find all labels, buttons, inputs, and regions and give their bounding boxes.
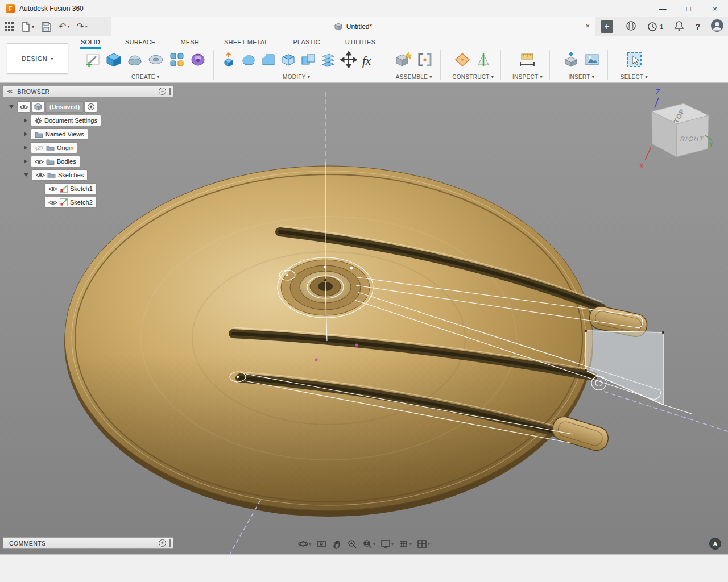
root-visibility-toggle[interactable]: [17, 101, 31, 113]
modify-dropdown[interactable]: MODIFY▾: [283, 74, 310, 80]
expand-arrow-icon[interactable]: [9, 105, 14, 109]
assistant-button[interactable]: A: [709, 538, 721, 550]
display-settings-icon[interactable]: ▾: [380, 539, 394, 549]
eye-icon[interactable]: [48, 199, 57, 206]
extensions-icon[interactable]: [626, 20, 636, 34]
tab-solid[interactable]: SOLID: [80, 36, 101, 49]
browser-row-sketch1[interactable]: Sketch1: [44, 183, 97, 194]
chamfer-icon[interactable]: [260, 51, 276, 70]
eye-icon[interactable]: [36, 172, 45, 178]
tab-sheet-metal[interactable]: SHEET METAL: [223, 36, 270, 49]
save-button[interactable]: [41, 22, 52, 32]
new-document-tab-button[interactable]: +: [601, 20, 613, 33]
browser-grip-handle[interactable]: [169, 88, 171, 95]
inspect-dropdown[interactable]: INSPECT▾: [512, 74, 543, 80]
tab-plastic[interactable]: PLASTIC: [292, 36, 321, 49]
model-disc-body[interactable]: [64, 166, 649, 517]
collapse-browser-icon[interactable]: ≪: [7, 88, 13, 94]
measure-icon[interactable]: [518, 51, 536, 70]
comments-grip-handle[interactable]: [169, 539, 171, 547]
help-icon[interactable]: ?: [695, 22, 700, 31]
browser-row-bodies[interactable]: Bodies: [24, 156, 80, 167]
document-tab-close-icon[interactable]: ×: [585, 22, 590, 30]
pattern-icon[interactable]: [168, 51, 185, 70]
maximize-button[interactable]: □: [676, 0, 702, 17]
revolve-icon[interactable]: [126, 51, 143, 70]
app-launcher-grid-icon[interactable]: [5, 22, 14, 31]
expand-arrow-icon[interactable]: [24, 159, 27, 164]
browser-row-sketches[interactable]: Sketches: [24, 169, 88, 181]
zoom-icon[interactable]: [347, 539, 357, 549]
orbit-icon[interactable]: ▾: [298, 539, 311, 549]
comments-bar[interactable]: COMMENTS +: [3, 537, 173, 549]
select-tool-icon[interactable]: [626, 51, 643, 70]
construct-dropdown[interactable]: CONSTRUCT▾: [452, 74, 494, 80]
eye-icon[interactable]: [35, 159, 44, 165]
change-parameters-fx-icon[interactable]: fx: [361, 54, 372, 68]
browser-display-toggle-icon[interactable]: −: [159, 88, 166, 95]
document-cube-icon: [334, 23, 342, 31]
close-button[interactable]: ×: [702, 0, 728, 17]
sweep-disc-icon[interactable]: [147, 51, 164, 70]
workspace-selector-button[interactable]: DESIGN ▾: [7, 43, 68, 74]
create-sketch-icon[interactable]: [84, 51, 101, 70]
new-component-icon[interactable]: [394, 51, 412, 70]
viewports-icon[interactable]: ▾: [417, 539, 430, 549]
browser-row-origin[interactable]: Origin: [24, 142, 77, 153]
pan-icon[interactable]: [332, 539, 342, 549]
root-document-label[interactable]: (Unsaved): [46, 101, 84, 113]
browser-header[interactable]: ≪ BROWSER −: [3, 85, 173, 97]
look-at-icon[interactable]: [316, 539, 326, 549]
root-component-icon[interactable]: [32, 101, 44, 113]
document-tab-title: Untitled*: [346, 23, 372, 31]
document-tab[interactable]: Untitled* ×: [111, 17, 595, 36]
insert-derive-icon[interactable]: [562, 51, 580, 70]
notifications-bell-icon[interactable]: [674, 20, 684, 34]
construction-axis-icon[interactable]: [475, 51, 492, 70]
assemble-dropdown[interactable]: ASSEMBLE▾: [396, 74, 432, 80]
select-dropdown[interactable]: SELECT▾: [621, 74, 648, 80]
expand-arrow-icon[interactable]: [24, 146, 27, 150]
construction-plane-icon[interactable]: [454, 51, 471, 70]
browser-row-root[interactable]: (Unsaved): [9, 101, 97, 113]
add-comment-icon[interactable]: +: [159, 539, 166, 547]
viewport-3d[interactable]: TOP RIGHT Z Y X: [0, 83, 728, 554]
expand-arrow-icon[interactable]: [24, 173, 28, 177]
tab-mesh[interactable]: MESH: [179, 36, 200, 49]
activate-component-radio[interactable]: [85, 101, 97, 113]
browser-row-sketch2[interactable]: Sketch2: [44, 197, 97, 208]
file-menu-button[interactable]: ▾: [20, 21, 34, 32]
create-dropdown[interactable]: CREATE▾: [131, 74, 159, 80]
joint-icon[interactable]: [416, 51, 433, 70]
insert-dropdown[interactable]: INSERT▾: [568, 74, 594, 80]
combine-icon[interactable]: [300, 51, 316, 70]
undo-button[interactable]: ↶ ▾: [59, 22, 69, 31]
tab-utilities[interactable]: UTILITIES: [344, 36, 377, 49]
browser-row-document-settings[interactable]: Document Settings: [24, 115, 101, 126]
box-primitive-icon[interactable]: [105, 51, 122, 70]
viewcube[interactable]: TOP RIGHT Z Y X: [639, 88, 713, 170]
model-tab-lower[interactable]: [549, 414, 611, 453]
move-copy-icon[interactable]: [340, 51, 357, 70]
expand-arrow-icon[interactable]: [24, 132, 27, 136]
offset-face-icon[interactable]: [320, 51, 336, 70]
axis-z-label: Z: [656, 88, 660, 96]
fit-icon[interactable]: ▾: [362, 539, 375, 549]
canvas-image-icon[interactable]: [584, 51, 601, 70]
viewcube-right-label[interactable]: RIGHT: [680, 135, 705, 142]
coil-icon[interactable]: [189, 51, 206, 70]
navigation-bar: ▾ ▾ ▾ ▾ ▾: [298, 537, 430, 551]
eye-icon[interactable]: [48, 186, 57, 192]
press-pull-icon[interactable]: [221, 51, 237, 70]
user-avatar[interactable]: [711, 19, 723, 34]
browser-row-named-views[interactable]: Named Views: [24, 128, 88, 140]
expand-arrow-icon[interactable]: [24, 118, 27, 123]
redo-button[interactable]: ↷ ▾: [76, 22, 87, 31]
fillet-icon[interactable]: [241, 51, 257, 70]
tab-surface[interactable]: SURFACE: [124, 36, 156, 49]
eye-hidden-icon[interactable]: [35, 145, 44, 151]
minimize-button[interactable]: —: [650, 0, 676, 17]
grid-snaps-icon[interactable]: ▾: [399, 539, 412, 549]
job-status-button[interactable]: 1: [647, 22, 663, 32]
shell-icon[interactable]: [280, 51, 296, 70]
